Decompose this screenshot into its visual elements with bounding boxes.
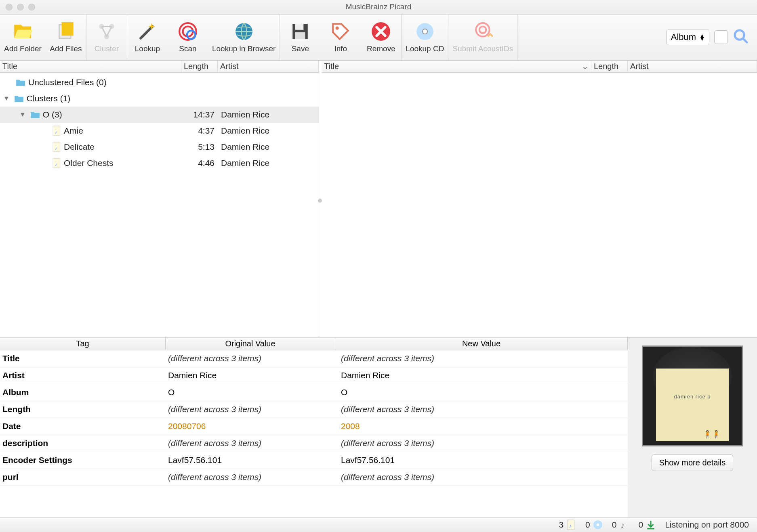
globe-icon bbox=[233, 21, 254, 42]
music-file-icon: ♪ bbox=[53, 158, 61, 168]
lookup-label: Lookup bbox=[135, 44, 160, 53]
header-tag[interactable]: Tag bbox=[0, 337, 166, 350]
cluster-label: Cluster bbox=[95, 44, 119, 53]
col-title[interactable]: Title bbox=[0, 61, 181, 72]
save-label: Save bbox=[292, 44, 309, 53]
scan-button[interactable]: Scan bbox=[168, 15, 208, 60]
tag-row[interactable]: Date200807062008 bbox=[0, 418, 628, 435]
tag-original-value: 20080706 bbox=[166, 418, 335, 435]
folder-icon bbox=[14, 94, 24, 103]
cd-icon bbox=[414, 21, 435, 42]
track-row[interactable]: ♪ Delicate 5:13 Damien Rice bbox=[0, 139, 319, 155]
search-field-box[interactable] bbox=[714, 30, 728, 44]
unclustered-label: Unclustered Files (0) bbox=[28, 77, 107, 87]
track-length: 5:13 bbox=[181, 142, 218, 152]
tag-row[interactable]: Length(different across 3 items)(differe… bbox=[0, 401, 628, 418]
folder-icon bbox=[15, 78, 26, 87]
toolbar: Add Folder Add Files Cluster Lookup bbox=[0, 15, 757, 61]
tag-new-value: O bbox=[335, 384, 628, 401]
status-cd: 0 bbox=[585, 519, 603, 530]
left-pane: Title Length Artist Unclustered Files (0… bbox=[0, 61, 319, 337]
statusbar: 3 ♪ 0 0 ♪ 0 Listening on port 8000 bbox=[0, 517, 757, 532]
lookup-cd-button[interactable]: Lookup CD bbox=[402, 15, 448, 60]
tag-original-value: O bbox=[166, 384, 335, 401]
cd-icon bbox=[593, 519, 603, 530]
fingerprint-scan-icon bbox=[177, 21, 198, 42]
cluster-album-row[interactable]: ▼ O (3) 14:37 Damien Rice bbox=[0, 107, 319, 123]
clusters-label: Clusters (1) bbox=[27, 94, 71, 103]
disclosure-triangle-icon[interactable]: ▼ bbox=[3, 95, 10, 102]
col-length[interactable]: Length bbox=[181, 61, 218, 72]
cover-caption: damien rice o bbox=[674, 394, 711, 400]
add-folder-button[interactable]: Add Folder bbox=[0, 15, 46, 60]
tag-row[interactable]: description(different across 3 items)(di… bbox=[0, 435, 628, 452]
tag-name: description bbox=[0, 435, 166, 452]
right-tree[interactable] bbox=[322, 73, 757, 337]
tag-row[interactable]: ArtistDamien RiceDamien Rice bbox=[0, 367, 628, 384]
info-label: Info bbox=[334, 44, 347, 53]
fingerprint-upload-icon bbox=[472, 21, 493, 42]
svg-text:♪: ♪ bbox=[621, 520, 625, 530]
tag-table: Tag Original Value New Value Title(diffe… bbox=[0, 337, 628, 517]
tag-row[interactable]: AlbumOO bbox=[0, 384, 628, 401]
download-icon bbox=[646, 519, 656, 530]
file-panes: Title Length Artist Unclustered Files (0… bbox=[0, 61, 757, 337]
cluster-artist: Damien Rice bbox=[218, 110, 319, 119]
wand-icon bbox=[137, 21, 158, 42]
cluster-length: 14:37 bbox=[181, 110, 218, 119]
col-title[interactable]: Title ⌄ bbox=[322, 61, 591, 72]
tag-row[interactable]: Encoder SettingsLavf57.56.101Lavf57.56.1… bbox=[0, 452, 628, 469]
track-artist: Damien Rice bbox=[218, 158, 319, 168]
tag-name: Date bbox=[0, 418, 166, 435]
tag-name: Title bbox=[0, 350, 166, 367]
tag-original-value: (different across 3 items) bbox=[166, 469, 335, 486]
lookup-browser-label: Lookup in Browser bbox=[212, 44, 275, 53]
unclustered-row[interactable]: Unclustered Files (0) bbox=[0, 74, 319, 90]
track-row[interactable]: ♪ Amie 4:37 Damien Rice bbox=[0, 123, 319, 139]
add-files-button[interactable]: Add Files bbox=[46, 15, 86, 60]
show-more-details-button[interactable]: Show more details bbox=[652, 455, 734, 471]
tag-new-value: Lavf57.56.101 bbox=[335, 452, 628, 469]
left-tree[interactable]: Unclustered Files (0) ▼ Clusters (1) ▼ O… bbox=[0, 73, 319, 337]
music-file-icon: ♪ bbox=[53, 126, 61, 136]
status-download: 0 bbox=[638, 519, 656, 530]
tag-name: Length bbox=[0, 401, 166, 418]
status-listening: Listening on port 8000 bbox=[665, 520, 749, 530]
tag-row[interactable]: Title(different across 3 items)(differen… bbox=[0, 350, 628, 367]
svg-text:♪: ♪ bbox=[55, 161, 57, 166]
chevron-down-icon: ⌄ bbox=[582, 61, 589, 71]
lookup-browser-button[interactable]: Lookup in Browser bbox=[208, 15, 280, 60]
tag-row[interactable]: purl(different across 3 items)(different… bbox=[0, 469, 628, 486]
toolbar-right: Album ▲▼ bbox=[667, 15, 757, 60]
track-length: 4:37 bbox=[181, 126, 218, 136]
header-new[interactable]: New Value bbox=[335, 337, 628, 350]
tag-rows: Title(different across 3 items)(differen… bbox=[0, 350, 628, 517]
right-column-header: Title ⌄ Length Artist bbox=[322, 61, 757, 73]
cluster-button[interactable]: Cluster bbox=[86, 15, 127, 60]
disclosure-triangle-icon[interactable]: ▼ bbox=[19, 111, 26, 118]
search-icon[interactable] bbox=[733, 28, 749, 46]
submit-acoustids-button[interactable]: Submit AcoustIDs bbox=[448, 15, 517, 60]
pane-splitter[interactable] bbox=[319, 61, 322, 337]
info-button[interactable]: Info bbox=[320, 15, 361, 60]
cover-panel: damien rice o 🧍🧍 Show more details bbox=[628, 337, 757, 517]
col-artist[interactable]: Artist bbox=[218, 61, 319, 72]
tag-new-value: 2008 bbox=[335, 418, 628, 435]
svg-point-29 bbox=[597, 524, 599, 526]
left-column-header: Title Length Artist bbox=[0, 61, 319, 73]
cover-art[interactable]: damien rice o 🧍🧍 bbox=[642, 346, 743, 446]
col-length[interactable]: Length bbox=[591, 61, 628, 72]
tag-name: Encoder Settings bbox=[0, 452, 166, 469]
col-artist[interactable]: Artist bbox=[628, 61, 757, 72]
svg-text:♪: ♪ bbox=[55, 145, 57, 150]
tag-name: Artist bbox=[0, 367, 166, 384]
album-select[interactable]: Album ▲▼ bbox=[667, 29, 709, 45]
remove-button[interactable]: Remove bbox=[361, 15, 401, 60]
save-button[interactable]: Save bbox=[280, 15, 320, 60]
lookup-button[interactable]: Lookup bbox=[127, 15, 168, 60]
track-row[interactable]: ♪ Older Chests 4:46 Damien Rice bbox=[0, 155, 319, 171]
header-original[interactable]: Original Value bbox=[166, 337, 335, 350]
album-cover-inner: damien rice o 🧍🧍 bbox=[656, 369, 729, 441]
svg-rect-1 bbox=[62, 22, 74, 36]
clusters-row[interactable]: ▼ Clusters (1) bbox=[0, 90, 319, 107]
